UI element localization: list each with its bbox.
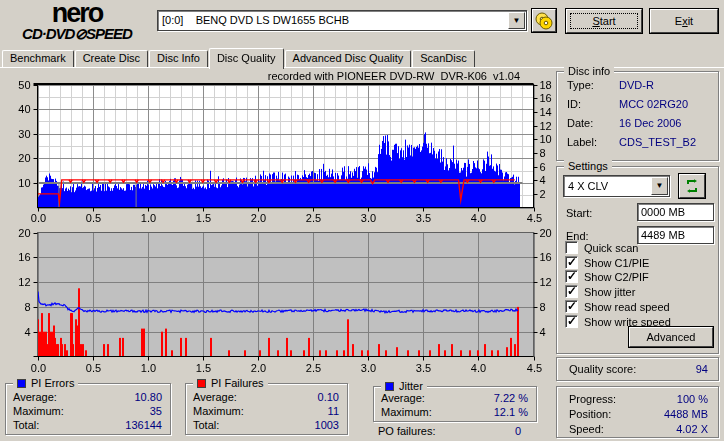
show-read-speed-checkbox[interactable] [565,300,578,313]
pi-errors-legend: PI Errors [13,377,78,389]
quality-score-label: Quality score: [569,363,636,375]
start-mb-label: Start: [566,207,592,219]
position-label: Position: [569,408,611,420]
tab-bar: Benchmark Create Disc Disc Info Disc Qua… [0,48,724,67]
discs-icon [532,9,556,32]
tab-disc-quality[interactable]: Disc Quality [209,48,284,69]
show-c1-pie-checkbox[interactable] [565,256,578,269]
pi-errors-title: PI Errors [31,377,74,389]
disc-label-value: CDS_TEST_B2 [619,136,696,148]
disc-type-label: Type: [567,79,594,91]
settings-title: Settings [564,160,612,172]
speed-label: Speed: [569,423,604,435]
checkbox-quick-scan[interactable]: Quick scan [565,241,638,254]
pi-failures-average-label: Average: [193,391,237,403]
settings-panel: Settings 4 X CLV ▼ Start: 0000 MB End: 4… [556,166,719,354]
quick-scan-checkbox[interactable] [565,241,578,254]
end-mb-value: 4489 MB [641,229,685,241]
scan-speed-select[interactable]: 4 X CLV ▼ [563,175,670,197]
pi-failures-title: PI Failures [211,377,264,389]
show-c1-pie-label: Show C1/PIE [584,257,649,269]
pi-errors-total-value: 136144 [125,419,162,431]
drive-select[interactable]: [0:0] BENQ DVD LS DW1655 BCHB ▼ [157,10,527,31]
tab-advanced-disc-quality[interactable]: Advanced Disc Quality [285,50,412,67]
tab-scandisc[interactable]: ScanDisc [412,50,474,67]
pi-errors-average-label: Average: [13,391,57,403]
start-mb-value: 0000 MB [641,206,685,218]
nero-cd-dvd-speed-window: nero CD·DVD⊘SPEED [0:0] BENQ DVD LS DW16… [0,0,724,441]
pi-errors-color-swatch [17,379,26,388]
jitter-average-value: 7.22 % [494,392,528,404]
checkbox-show-c1-pie[interactable]: Show C1/PIE [565,256,649,269]
advanced-button[interactable]: Advanced [628,326,714,348]
drive-select-dropdown-button[interactable]: ▼ [508,12,525,29]
disc-type-value: DVD-R [619,79,654,91]
jitter-stats-panel: Jitter Average: 7.22 % Maximum: 12.1 % [373,386,537,422]
chevron-down-icon: ▼ [513,16,521,25]
checkbox-show-read-speed[interactable]: Show read speed [565,300,670,313]
tab-disc-info[interactable]: Disc Info [149,50,208,67]
progress-value: 100 % [677,393,708,405]
start-mb-field[interactable]: 0000 MB [637,203,714,221]
show-c2-pif-label: Show C2/PIF [584,271,649,283]
disc-info-icon-button[interactable] [531,8,557,33]
show-jitter-checkbox[interactable] [565,285,578,298]
pi-errors-maximum-value: 35 [150,405,162,417]
pi-failures-jitter-chart [0,227,557,374]
pi-failures-color-swatch [197,379,206,388]
scan-speed-dropdown-button[interactable]: ▼ [651,177,668,195]
checkbox-show-jitter[interactable]: Show jitter [565,285,635,298]
quality-score-value: 94 [696,363,708,375]
quick-scan-label: Quick scan [584,242,638,254]
jitter-title: Jitter [399,380,423,392]
refresh-button[interactable] [678,173,706,199]
cd-dvd-speed-logo-text: CD·DVD⊘SPEED [2,26,152,42]
disc-info-panel: Disc info Type: DVD-R ID: MCC 02RG20 Dat… [556,71,719,161]
disc-date-label: Date: [567,117,593,129]
show-c2-pif-checkbox[interactable] [565,270,578,283]
disc-id-value: MCC 02RG20 [619,98,688,110]
quality-score-panel: Quality score: 94 [556,357,719,381]
show-jitter-label: Show jitter [584,286,635,298]
pi-failures-maximum-value: 11 [328,405,339,417]
start-button[interactable]: Start [565,8,643,34]
po-failures-row: PO failures: 0 [375,425,521,438]
pi-errors-chart [0,68,557,228]
po-failures-label: PO failures: [378,425,435,437]
tab-create-disc[interactable]: Create Disc [75,50,148,67]
pi-failures-average-value: 0.10 [318,391,339,403]
pi-errors-stats-panel: PI Errors Average: 10.80 Maximum: 35 Tot… [5,383,171,435]
scan-speed-value: 4 X CLV [568,176,649,196]
disc-info-title: Disc info [564,65,614,77]
checkbox-show-c2-pif[interactable]: Show C2/PIF [565,270,649,283]
exit-button-label: Exit [650,9,718,33]
jitter-maximum-value: 12.1 % [494,406,528,418]
disc-date-value: 16 Dec 2006 [619,117,681,129]
show-read-speed-label: Show read speed [584,301,670,313]
progress-label: Progress: [569,393,616,405]
drive-select-value: [0:0] BENQ DVD LS DW1655 BCHB [162,11,506,30]
jitter-color-swatch [385,382,394,391]
position-value: 4488 MB [664,408,708,420]
exit-button[interactable]: Exit [649,8,719,34]
po-failures-value: 0 [515,425,521,437]
pi-errors-total-label: Total: [13,419,39,431]
pi-failures-total-value: 1003 [315,419,339,431]
jitter-legend: Jitter [381,380,427,392]
jitter-maximum-label: Maximum: [381,406,432,418]
pi-failures-maximum-label: Maximum: [193,405,244,417]
pi-errors-maximum-label: Maximum: [13,405,64,417]
jitter-average-label: Average: [381,392,425,404]
disc-label-label: Label: [567,136,597,148]
speed-value: 4.02 X [676,423,708,435]
refresh-icon [679,174,705,198]
show-write-speed-checkbox[interactable] [565,315,578,328]
advanced-button-label: Advanced [629,327,713,347]
pi-errors-average-value: 10.80 [134,391,162,403]
pi-failures-legend: PI Failures [193,377,268,389]
pi-failures-stats-panel: PI Failures Average: 0.10 Maximum: 11 To… [185,383,348,435]
tab-benchmark[interactable]: Benchmark [2,50,74,67]
end-mb-field[interactable]: 4489 MB [637,226,714,244]
nero-logo-text: nero [2,1,152,26]
chevron-down-icon: ▼ [656,181,664,190]
